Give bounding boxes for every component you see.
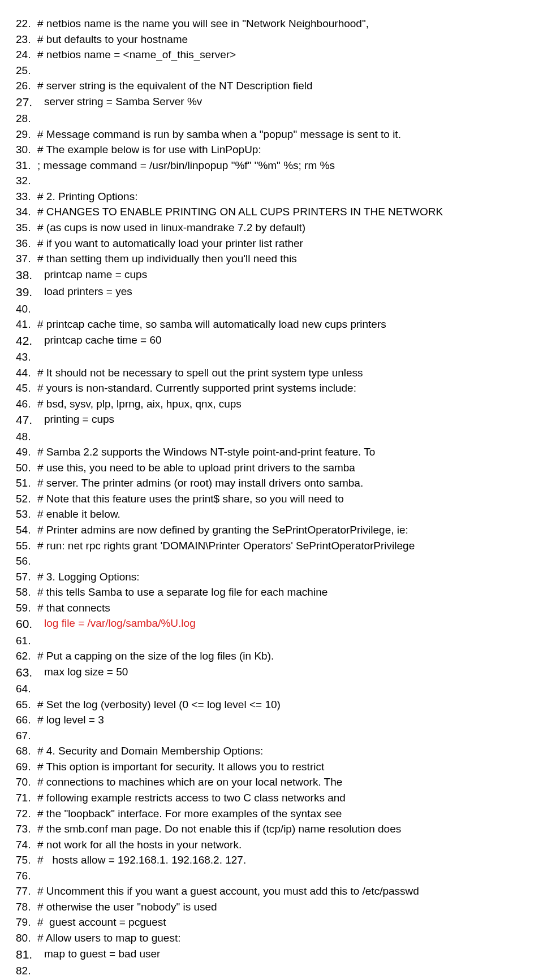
line-content: load printers = yes [37, 284, 527, 300]
code-line: 56. [16, 553, 527, 569]
line-content: # but defaults to your hostname [37, 32, 527, 47]
code-line: 57.# 3. Logging Options: [16, 569, 527, 585]
line-number: 32. [16, 173, 37, 189]
line-number: 30. [16, 142, 37, 158]
code-line: 51.# server. The printer admins (or root… [16, 475, 527, 491]
code-line: 79.# guest account = pcguest [16, 914, 527, 930]
code-line: 31.; message command = /usr/bin/linpopup… [16, 158, 527, 174]
line-number: 37. [16, 251, 37, 267]
line-number: 82. [16, 963, 37, 979]
line-content: # this tells Samba to use a separate log… [37, 584, 527, 600]
line-number: 71. [16, 790, 37, 806]
code-line: 35.# (as cups is now used in linux-mandr… [16, 220, 527, 236]
code-line: 66.# log level = 3 [16, 712, 527, 728]
code-line: 27.server string = Samba Server %v [16, 94, 527, 111]
code-line: 71.# following example restricts access … [16, 790, 527, 806]
line-content: ; message command = /usr/bin/linpopup "%… [37, 158, 527, 174]
code-line: 76. [16, 868, 527, 884]
line-content: # netbios name = <name_of_this_server> [37, 47, 527, 63]
line-number: 23. [16, 32, 37, 47]
line-content: # Printer admins are now defined by gran… [37, 522, 527, 538]
line-content: # guest account = pcguest [37, 914, 527, 930]
line-number: 64. [16, 681, 37, 697]
line-number: 63. [16, 664, 37, 681]
line-content: map to guest = bad user [37, 946, 527, 962]
line-content: # Samba 2.2 supports the Windows NT-styl… [37, 444, 527, 460]
line-content: # run: net rpc rights grant 'DOMAIN\Prin… [37, 538, 527, 554]
code-line: 40. [16, 301, 527, 317]
line-number: 65. [16, 697, 37, 713]
line-content: printcap cache time = 60 [37, 332, 527, 348]
line-content: # server string is the equivalent of the… [37, 78, 527, 94]
line-number: 34. [16, 204, 37, 220]
code-line: 54.# Printer admins are now defined by g… [16, 522, 527, 538]
line-content: # the "loopback" interface. For more exa… [37, 806, 527, 822]
code-line: 60.log file = /var/log/samba/%U.log [16, 615, 527, 632]
line-number: 75. [16, 852, 37, 868]
code-line: 65.# Set the log (verbosity) level (0 <=… [16, 697, 527, 713]
line-content: # the smb.conf man page. Do not enable t… [37, 821, 527, 837]
line-content: # printcap cache time, so samba will aut… [37, 316, 527, 332]
code-line: 29.# Message command is run by samba whe… [16, 127, 527, 142]
code-line: 48. [16, 429, 527, 445]
line-number: 29. [16, 127, 37, 142]
code-line: 34.# CHANGES TO ENABLE PRINTING ON ALL C… [16, 204, 527, 220]
line-content: # enable it below. [37, 506, 527, 522]
code-line: 23.# but defaults to your hostname [16, 32, 527, 47]
line-number: 67. [16, 728, 37, 744]
line-content: # Allow users to map to guest: [37, 930, 527, 946]
line-content: # Note that this feature uses the print$… [37, 491, 527, 507]
code-line: 64. [16, 681, 527, 697]
line-content: # It should not be necessary to spell ou… [37, 365, 527, 381]
code-line: 37.# than setting them up individually t… [16, 251, 527, 267]
line-number: 53. [16, 506, 37, 522]
line-number: 27. [16, 94, 37, 111]
code-line: 67. [16, 728, 527, 744]
line-number: 22. [16, 16, 37, 32]
line-number: 72. [16, 806, 37, 822]
line-number: 79. [16, 914, 37, 930]
line-number: 77. [16, 883, 37, 899]
line-number: 70. [16, 774, 37, 790]
line-number: 35. [16, 220, 37, 236]
line-content: # (as cups is now used in linux-mandrake… [37, 220, 527, 236]
code-line: 28. [16, 111, 527, 127]
line-number: 58. [16, 584, 37, 600]
code-line: 53.# enable it below. [16, 506, 527, 522]
line-number: 39. [16, 284, 37, 301]
line-number: 50. [16, 460, 37, 476]
line-content: # Set the log (verbosity) level (0 <= lo… [37, 697, 527, 713]
line-number: 66. [16, 712, 37, 728]
code-line: 44.# It should not be necessary to spell… [16, 365, 527, 381]
line-number: 33. [16, 189, 37, 205]
line-content: # 3. Logging Options: [37, 569, 527, 585]
line-number: 78. [16, 899, 37, 915]
line-number: 26. [16, 78, 37, 94]
line-content: # following example restricts access to … [37, 790, 527, 806]
code-line: 77.# Uncomment this if you want a guest … [16, 883, 527, 899]
code-line: 39.load printers = yes [16, 284, 527, 301]
code-line: 63.max log size = 50 [16, 664, 527, 681]
line-number: 52. [16, 491, 37, 507]
code-line: 50.# use this, you need to be able to up… [16, 460, 527, 476]
line-content: printing = cups [37, 411, 527, 427]
line-number: 69. [16, 759, 37, 775]
line-content: # server. The printer admins (or root) m… [37, 475, 527, 491]
line-content: server string = Samba Server %v [37, 94, 527, 110]
line-number: 62. [16, 648, 37, 664]
line-number: 45. [16, 380, 37, 396]
code-line: 81.map to guest = bad user [16, 946, 527, 963]
code-line: 36.# if you want to automatically load y… [16, 236, 527, 251]
code-line: 30.# The example below is for use with L… [16, 142, 527, 158]
line-number: 31. [16, 158, 37, 174]
line-content: log file = /var/log/samba/%U.log [37, 615, 527, 631]
line-content: # otherwise the user "nobody" is used [37, 899, 527, 915]
code-line: 82. [16, 963, 527, 979]
line-number: 40. [16, 301, 37, 317]
code-line: 69.# This option is important for securi… [16, 759, 527, 775]
line-content: # not work for all the hosts in your net… [37, 837, 527, 853]
line-number: 47. [16, 411, 37, 428]
code-line: 32. [16, 173, 527, 189]
code-line: 80.# Allow users to map to guest: [16, 930, 527, 946]
line-number: 49. [16, 444, 37, 460]
